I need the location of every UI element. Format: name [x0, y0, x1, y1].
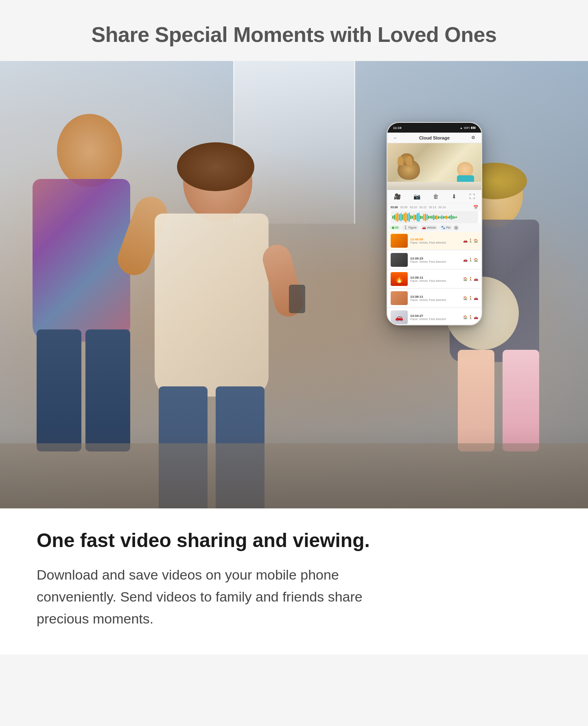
car-icon-4: 🚗: [474, 296, 478, 300]
event-item-5[interactable]: 🚗 13:34:27 Figure, Vehicle, Pack detecte…: [387, 308, 481, 325]
waveform-bar: [420, 216, 421, 219]
waveform-bar: [407, 214, 408, 221]
dog-figure: [398, 159, 424, 184]
event-thumb-2: [391, 253, 408, 267]
event-icons-5: 🏠 🚶 🚗: [463, 315, 478, 319]
event-tags-3: Figure, Vehicle, Pack detected: [410, 279, 461, 282]
video-icon[interactable]: 🎥: [391, 192, 403, 201]
event-icons-2: 🚗 🚶 🏠: [463, 258, 478, 262]
all-circle-filter[interactable]: ●: [454, 225, 459, 230]
hero-image: 11:19 ▲WiFi▮▮▮ ← Cloud Storage ⚙: [0, 61, 588, 508]
waveform-bar: [454, 216, 455, 218]
waveform-bar: [399, 214, 400, 220]
event-tags-5: Figure, Vehicle, Pack detected: [410, 318, 461, 320]
expand-icon[interactable]: ⛶: [467, 192, 477, 201]
house-icon-4: 🏠: [463, 296, 468, 300]
person-dad: [24, 102, 163, 468]
event-thumb-1: [391, 234, 408, 248]
waveform-bar: [396, 214, 397, 221]
timeline-date-4[interactable]: 03.12: [420, 206, 427, 209]
family-background: 11:19 ▲WiFi▮▮▮ ← Cloud Storage ⚙: [0, 61, 588, 508]
event-thumb-3: 🔥: [391, 272, 408, 286]
page-title: Share Special Moments with Loved Ones: [92, 0, 497, 61]
phone-status-bar: 11:19 ▲WiFi▮▮▮: [387, 123, 481, 133]
waveform-bar: [423, 214, 424, 220]
bottom-heading: One fast video sharing and viewing.: [37, 529, 551, 552]
download-icon[interactable]: ⬇: [449, 192, 459, 201]
event-thumb-4: [391, 291, 408, 305]
event-icons-3: 🏠 🚶 🚗: [463, 277, 478, 281]
phone-app-header: ← Cloud Storage ⚙: [387, 133, 481, 143]
timeline-date-5[interactable]: 03.13: [429, 206, 436, 209]
timeline-date-2[interactable]: 03.09: [400, 206, 408, 209]
waveform-bar: [405, 212, 407, 222]
event-item-3[interactable]: 🔥 13:38:11 Figure, Vehicle, Pack detecte…: [387, 270, 481, 288]
waveform-bar: [430, 216, 431, 218]
event-item-4[interactable]: 13:38:11 Figure, Vehicle, Pack detected …: [387, 289, 481, 307]
waveform-bar: [456, 216, 457, 218]
timeline-date-1[interactable]: 03.08: [391, 206, 398, 209]
event-time-4: 13:38:11: [410, 295, 461, 299]
figure-icon: 🚶: [404, 226, 408, 229]
filter-tabs: All 🚶 Figure 🚗 Vehicle 🐾 P: [387, 223, 481, 232]
waveform-bar: [431, 216, 433, 219]
waveform-bar: [448, 216, 449, 218]
waveform-bar: [426, 214, 428, 220]
camera-icon[interactable]: 📷: [411, 192, 423, 201]
event-time-1: 13:40:09: [410, 238, 461, 241]
phone-notch: [422, 123, 447, 130]
bottom-description: Download and save videos on your mobile …: [37, 564, 403, 630]
waveform-bar: [409, 213, 410, 222]
waveform-bar: [417, 213, 418, 221]
filter-figure[interactable]: 🚶 Figure: [402, 225, 419, 230]
waveform-bar: [413, 214, 415, 220]
filter-pet[interactable]: 🐾 Pet: [439, 225, 452, 230]
waveform-bar: [451, 215, 452, 220]
timeline-date-3[interactable]: 03.10: [410, 206, 417, 209]
events-list: 13:40:09 Figure, Vehicle, Pack detected …: [387, 232, 481, 325]
waveform-bar: [404, 213, 405, 221]
filter-all[interactable]: All: [390, 225, 400, 230]
timeline-date-6[interactable]: 03.14: [439, 206, 446, 209]
event-icons-4: 🏠 🚶 🚗: [463, 296, 478, 300]
waveform-bar: [436, 215, 437, 220]
waveform-bar: [402, 214, 403, 220]
house-fire-icon: 🏠: [463, 277, 468, 281]
event-info-2: 13:39:23 Figure, Vehicle, Pack detected: [410, 257, 461, 263]
event-thumb-5: 🚗: [391, 310, 408, 324]
all-dot: [392, 227, 394, 229]
couch-base: [0, 443, 588, 508]
waveform-bar: [428, 216, 429, 219]
waveform-bar: [392, 216, 393, 219]
timeline-dates: 03.08 03.09 03.10 03.12 03.13 03.14: [391, 206, 473, 209]
back-button[interactable]: ←: [391, 135, 400, 140]
waveform-bar: [433, 215, 434, 220]
event-time-3: 13:38:11: [410, 276, 461, 279]
pet-icon: 🐾: [441, 226, 445, 229]
event-info-1: 13:40:09 Figure, Vehicle, Pack detected: [410, 238, 461, 244]
filter-figure-label: Figure: [409, 226, 417, 229]
waveform-bar: [446, 216, 447, 219]
event-time-5: 13:34:27: [410, 314, 461, 318]
settings-icon[interactable]: ⚙: [469, 135, 477, 140]
waveform-bar: [418, 213, 420, 222]
waveform-bar: [439, 216, 441, 218]
page-wrapper: Share Special Moments with Loved Ones: [0, 0, 588, 726]
waveform-bar: [425, 214, 426, 221]
event-tags-1: Figure, Vehicle, Pack detected: [410, 241, 461, 244]
waveform: [391, 211, 478, 223]
waveform-bar: [449, 216, 450, 219]
phone-mockup: 11:19 ▲WiFi▮▮▮ ← Cloud Storage ⚙: [387, 122, 482, 325]
delete-icon[interactable]: 🗑: [431, 192, 441, 201]
calendar-icon[interactable]: 📅: [473, 205, 478, 209]
car-icon-2: 🚗: [463, 258, 468, 262]
filter-vehicle[interactable]: 🚗 Vehicle: [420, 225, 438, 230]
figure-icon-badge: 🚶: [468, 239, 473, 243]
car-icon-5: 🚗: [474, 315, 478, 319]
event-item-1[interactable]: 13:40:09 Figure, Vehicle, Pack detected …: [387, 232, 481, 250]
waveform-bar: [443, 216, 444, 219]
event-item-2[interactable]: 13:39:23 Figure, Vehicle, Pack detected …: [387, 251, 481, 269]
event-info-4: 13:38:11 Figure, Vehicle, Pack detected: [410, 295, 461, 301]
waveform-bar: [412, 216, 413, 219]
waveform-bar: [415, 215, 416, 220]
